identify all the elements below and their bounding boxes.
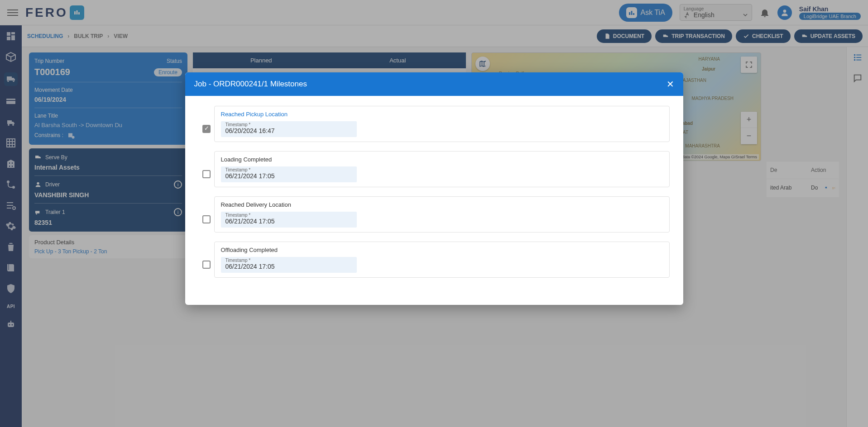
- milestone-title: Reached Delivery Location: [215, 199, 669, 212]
- milestone-title: Reached Pickup Location: [215, 109, 669, 121]
- milestone-card: Offloading CompletedTimestamp *06/21/202…: [214, 242, 670, 278]
- timestamp-label: Timestamp *: [225, 167, 352, 172]
- timestamp-label: Timestamp *: [225, 258, 352, 263]
- timestamp-field[interactable]: Timestamp *06/20/2024 16:47: [221, 121, 357, 137]
- timestamp-value: 06/21/2024 17:05: [225, 218, 352, 225]
- timestamp-field[interactable]: Timestamp *06/21/2024 17:05: [221, 166, 357, 182]
- milestone-row: Reached Pickup LocationTimestamp *06/20/…: [199, 106, 670, 151]
- milestone-checkbox[interactable]: [202, 125, 211, 133]
- timestamp-value: 06/21/2024 17:05: [225, 263, 352, 270]
- milestone-checkbox[interactable]: [202, 215, 211, 223]
- timestamp-field[interactable]: Timestamp *06/21/2024 17:05: [221, 257, 357, 273]
- milestone-card: Reached Pickup LocationTimestamp *06/20/…: [214, 106, 670, 142]
- milestone-card: Loading CompletedTimestamp *06/21/2024 1…: [214, 151, 670, 187]
- timestamp-field[interactable]: Timestamp *06/21/2024 17:05: [221, 212, 357, 228]
- close-icon[interactable]: ✕: [667, 79, 674, 90]
- milestone-checkbox[interactable]: [202, 261, 211, 269]
- milestone-row: Loading CompletedTimestamp *06/21/2024 1…: [199, 151, 670, 196]
- timestamp-label: Timestamp *: [225, 122, 352, 127]
- milestone-checkbox[interactable]: [202, 170, 211, 178]
- modal-overlay[interactable]: Job - ORDR000241/1 Milestones ✕ Reached …: [0, 0, 868, 427]
- milestone-row: Offloading CompletedTimestamp *06/21/202…: [199, 242, 670, 287]
- timestamp-value: 06/21/2024 17:05: [225, 172, 352, 180]
- milestone-title: Offloading Completed: [215, 245, 669, 257]
- timestamp-value: 06/20/2024 16:47: [225, 127, 352, 134]
- milestones-modal: Job - ORDR000241/1 Milestones ✕ Reached …: [185, 72, 683, 305]
- milestone-title: Loading Completed: [215, 154, 669, 166]
- milestone-card: Reached Delivery LocationTimestamp *06/2…: [214, 196, 670, 232]
- timestamp-label: Timestamp *: [225, 213, 352, 218]
- milestone-row: Reached Delivery LocationTimestamp *06/2…: [199, 196, 670, 242]
- modal-title: Job - ORDR000241/1 Milestones: [194, 80, 307, 89]
- milestone-list: Reached Pickup LocationTimestamp *06/20/…: [199, 106, 670, 287]
